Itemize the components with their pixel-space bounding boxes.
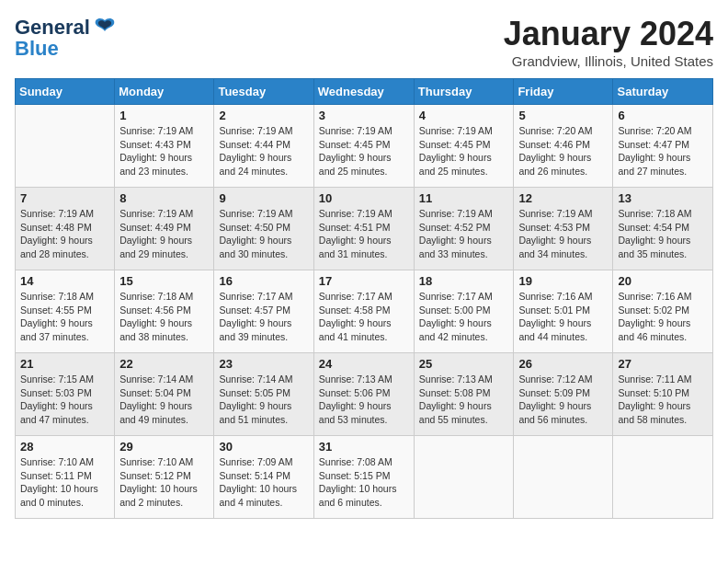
calendar-cell: 23Sunrise: 7:14 AMSunset: 5:05 PMDayligh… — [214, 353, 313, 436]
calendar-cell: 7Sunrise: 7:19 AMSunset: 4:48 PMDaylight… — [16, 188, 115, 270]
day-info: Sunrise: 7:18 AMSunset: 4:56 PMDaylight:… — [119, 290, 209, 344]
calendar-cell — [514, 436, 613, 519]
calendar-cell — [16, 105, 115, 188]
header-wednesday: Wednesday — [313, 79, 414, 105]
day-info: Sunrise: 7:15 AMSunset: 5:03 PMDaylight:… — [20, 373, 109, 427]
calendar-cell: 18Sunrise: 7:17 AMSunset: 5:00 PMDayligh… — [414, 270, 514, 353]
day-info: Sunrise: 7:19 AMSunset: 4:49 PMDaylight:… — [119, 207, 209, 261]
day-info: Sunrise: 7:12 AMSunset: 5:09 PMDaylight:… — [518, 373, 608, 427]
header-monday: Monday — [115, 79, 214, 105]
day-info: Sunrise: 7:16 AMSunset: 5:02 PMDaylight:… — [618, 290, 708, 344]
day-info: Sunrise: 7:13 AMSunset: 5:06 PMDaylight:… — [319, 373, 409, 427]
day-info: Sunrise: 7:17 AMSunset: 4:58 PMDaylight:… — [319, 290, 409, 344]
day-info: Sunrise: 7:18 AMSunset: 4:55 PMDaylight:… — [20, 290, 109, 344]
logo: General Blue — [15, 15, 118, 61]
calendar-cell: 30Sunrise: 7:09 AMSunset: 5:14 PMDayligh… — [214, 436, 313, 519]
day-info: Sunrise: 7:19 AMSunset: 4:44 PMDaylight:… — [219, 124, 308, 178]
day-number: 13 — [618, 191, 708, 205]
calendar-cell: 29Sunrise: 7:10 AMSunset: 5:12 PMDayligh… — [115, 436, 214, 519]
day-number: 25 — [419, 357, 509, 371]
day-info: Sunrise: 7:19 AMSunset: 4:48 PMDaylight:… — [20, 207, 109, 261]
calendar-week-row: 7Sunrise: 7:19 AMSunset: 4:48 PMDaylight… — [16, 188, 713, 270]
day-number: 16 — [219, 274, 308, 288]
header-tuesday: Tuesday — [214, 79, 313, 105]
calendar-cell: 25Sunrise: 7:13 AMSunset: 5:08 PMDayligh… — [414, 353, 514, 436]
calendar-cell: 11Sunrise: 7:19 AMSunset: 4:52 PMDayligh… — [414, 188, 514, 270]
calendar-cell: 6Sunrise: 7:20 AMSunset: 4:47 PMDaylight… — [613, 105, 713, 188]
day-number: 10 — [319, 191, 409, 205]
day-number: 2 — [219, 109, 308, 122]
month-title: January 2024 — [504, 15, 713, 53]
calendar-cell: 10Sunrise: 7:19 AMSunset: 4:51 PMDayligh… — [313, 188, 414, 270]
calendar-week-row: 1Sunrise: 7:19 AMSunset: 4:43 PMDaylight… — [16, 105, 713, 188]
calendar-cell: 15Sunrise: 7:18 AMSunset: 4:56 PMDayligh… — [115, 270, 214, 353]
logo-blue: Blue — [15, 37, 59, 61]
day-info: Sunrise: 7:09 AMSunset: 5:14 PMDaylight:… — [219, 455, 308, 510]
calendar-week-row: 21Sunrise: 7:15 AMSunset: 5:03 PMDayligh… — [16, 353, 713, 436]
day-info: Sunrise: 7:19 AMSunset: 4:52 PMDaylight:… — [419, 207, 509, 261]
day-number: 4 — [419, 109, 509, 122]
day-info: Sunrise: 7:10 AMSunset: 5:11 PMDaylight:… — [20, 455, 109, 510]
location: Grandview, Illinois, United States — [504, 53, 713, 69]
calendar-header-row: SundayMondayTuesdayWednesdayThursdayFrid… — [16, 79, 713, 105]
day-info: Sunrise: 7:17 AMSunset: 4:57 PMDaylight:… — [219, 290, 308, 344]
calendar-cell: 17Sunrise: 7:17 AMSunset: 4:58 PMDayligh… — [313, 270, 414, 353]
calendar-week-row: 14Sunrise: 7:18 AMSunset: 4:55 PMDayligh… — [16, 270, 713, 353]
day-info: Sunrise: 7:19 AMSunset: 4:43 PMDaylight:… — [119, 124, 209, 178]
day-info: Sunrise: 7:18 AMSunset: 4:54 PMDaylight:… — [618, 207, 708, 261]
day-info: Sunrise: 7:20 AMSunset: 4:46 PMDaylight:… — [518, 124, 608, 178]
day-number: 6 — [618, 109, 708, 122]
calendar-cell: 27Sunrise: 7:11 AMSunset: 5:10 PMDayligh… — [613, 353, 713, 436]
day-info: Sunrise: 7:13 AMSunset: 5:08 PMDaylight:… — [419, 373, 509, 427]
calendar-cell: 22Sunrise: 7:14 AMSunset: 5:04 PMDayligh… — [115, 353, 214, 436]
day-number: 31 — [319, 440, 409, 454]
header-sunday: Sunday — [16, 79, 115, 105]
calendar-cell: 13Sunrise: 7:18 AMSunset: 4:54 PMDayligh… — [613, 188, 713, 270]
calendar-cell: 4Sunrise: 7:19 AMSunset: 4:45 PMDaylight… — [414, 105, 514, 188]
day-info: Sunrise: 7:10 AMSunset: 5:12 PMDaylight:… — [119, 455, 209, 510]
calendar-cell: 31Sunrise: 7:08 AMSunset: 5:15 PMDayligh… — [313, 436, 414, 519]
day-number: 12 — [518, 191, 608, 205]
calendar-cell: 19Sunrise: 7:16 AMSunset: 5:01 PMDayligh… — [514, 270, 613, 353]
calendar-cell: 28Sunrise: 7:10 AMSunset: 5:11 PMDayligh… — [16, 436, 115, 519]
day-number: 24 — [319, 357, 409, 371]
calendar-cell: 9Sunrise: 7:19 AMSunset: 4:50 PMDaylight… — [214, 188, 313, 270]
calendar-cell: 1Sunrise: 7:19 AMSunset: 4:43 PMDaylight… — [115, 105, 214, 188]
day-number: 19 — [518, 274, 608, 288]
day-number: 1 — [119, 109, 209, 122]
day-number: 5 — [518, 109, 608, 122]
calendar-cell: 2Sunrise: 7:19 AMSunset: 4:44 PMDaylight… — [214, 105, 313, 188]
day-number: 3 — [319, 109, 409, 122]
day-number: 14 — [20, 274, 109, 288]
calendar-week-row: 28Sunrise: 7:10 AMSunset: 5:11 PMDayligh… — [16, 436, 713, 519]
day-number: 28 — [20, 440, 109, 454]
day-info: Sunrise: 7:19 AMSunset: 4:51 PMDaylight:… — [319, 207, 409, 261]
day-info: Sunrise: 7:16 AMSunset: 5:01 PMDaylight:… — [518, 290, 608, 344]
logo-bird-icon — [92, 15, 118, 40]
calendar-cell: 8Sunrise: 7:19 AMSunset: 4:49 PMDaylight… — [115, 188, 214, 270]
day-number: 18 — [419, 274, 509, 288]
day-number: 15 — [119, 274, 209, 288]
day-number: 22 — [119, 357, 209, 371]
day-number: 9 — [219, 191, 308, 205]
calendar-cell — [414, 436, 514, 519]
day-info: Sunrise: 7:14 AMSunset: 5:05 PMDaylight:… — [219, 373, 308, 427]
day-number: 29 — [119, 440, 209, 454]
header-thursday: Thursday — [414, 79, 514, 105]
day-number: 21 — [20, 357, 109, 371]
calendar-cell: 14Sunrise: 7:18 AMSunset: 4:55 PMDayligh… — [16, 270, 115, 353]
day-number: 30 — [219, 440, 308, 454]
calendar-cell: 24Sunrise: 7:13 AMSunset: 5:06 PMDayligh… — [313, 353, 414, 436]
calendar-cell: 20Sunrise: 7:16 AMSunset: 5:02 PMDayligh… — [613, 270, 713, 353]
day-info: Sunrise: 7:19 AMSunset: 4:45 PMDaylight:… — [319, 124, 409, 178]
day-number: 8 — [119, 191, 209, 205]
calendar-cell: 16Sunrise: 7:17 AMSunset: 4:57 PMDayligh… — [214, 270, 313, 353]
calendar-cell: 21Sunrise: 7:15 AMSunset: 5:03 PMDayligh… — [16, 353, 115, 436]
header-saturday: Saturday — [613, 79, 713, 105]
day-info: Sunrise: 7:19 AMSunset: 4:45 PMDaylight:… — [419, 124, 509, 178]
calendar-table: SundayMondayTuesdayWednesdayThursdayFrid… — [15, 78, 713, 519]
day-number: 26 — [518, 357, 608, 371]
title-area: January 2024 Grandview, Illinois, United… — [504, 15, 713, 69]
day-info: Sunrise: 7:20 AMSunset: 4:47 PMDaylight:… — [618, 124, 708, 178]
calendar-cell: 3Sunrise: 7:19 AMSunset: 4:45 PMDaylight… — [313, 105, 414, 188]
